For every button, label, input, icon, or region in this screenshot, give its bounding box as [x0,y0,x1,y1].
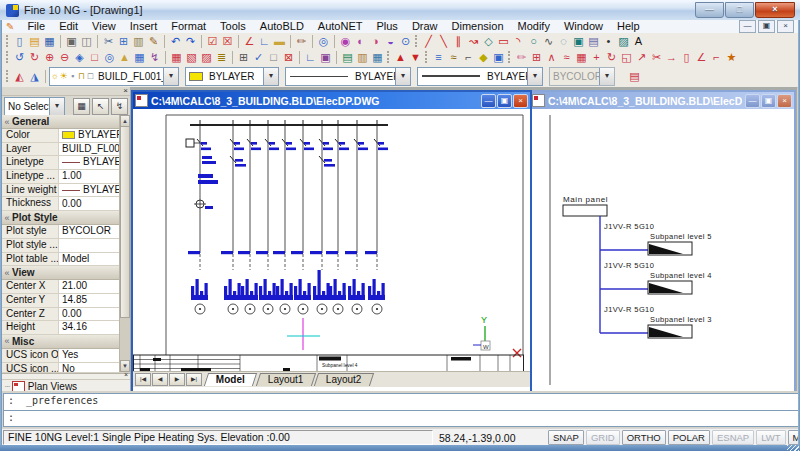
chamfer-icon[interactable]: ∠ [694,50,709,64]
pan-point-icon[interactable]: ◎ [102,50,117,64]
property-row-thickness[interactable]: Thickness0.00 [2,197,120,211]
cut-icon[interactable]: ✂ [101,34,116,48]
match-layer-icon[interactable]: ◭ [12,69,27,83]
drawing-window-elecdd[interactable]: C:\4M\CALC\8_3_BUILDING.BLD\ElecDD.dwg —… [528,90,796,394]
dline-icon[interactable]: ▦ [169,50,184,64]
break-icon[interactable]: ▯ [679,50,694,64]
sketch-icon[interactable]: ✏ [294,34,309,48]
chevron-down-icon[interactable]: ▾ [263,68,278,85]
zoom-in-icon[interactable]: ⊕ [42,50,57,64]
grid-table-icon[interactable]: ⊞ [236,50,251,64]
plan-views-header[interactable]: × [2,374,130,380]
drawing-window-elecdp[interactable]: C:\4M\CALC\8_3_BUILDING.BLD\ElecDP.DWG —… [131,90,532,394]
arc-icon[interactable]: ◝ [511,34,526,48]
zoom-dynamic-icon[interactable]: ◐ [353,34,368,48]
property-row-plot-style[interactable]: Plot style ... [2,239,120,253]
draworder-down-icon[interactable]: ▼ [408,50,423,64]
aerial-view-icon[interactable]: ▲ [117,50,132,64]
section-header-misc[interactable]: «Misc [2,335,120,349]
distance-icon[interactable]: ∠ [242,34,257,48]
toolbar-grip[interactable] [415,35,417,47]
layer-states-icon[interactable]: ▤ [627,69,642,83]
single-line-diagram[interactable]: Main panel J1VV-R 5G10 Subpanel level 5 … [530,109,790,388]
property-row-ucs-icon-on[interactable]: UCS icon OnYes [2,349,120,363]
property-row-color[interactable]: ColorBYLAYER [2,129,120,143]
undo-icon[interactable]: ↶ [168,34,183,48]
mdi-close-button[interactable]: × [777,20,794,33]
mdi-restore-button[interactable]: ▣ [758,20,775,33]
toggle-grid[interactable]: GRID [586,430,620,445]
quick-select-button[interactable]: ▦ [73,98,90,115]
palette-scrollbar[interactable]: ▲ ▼ [119,115,130,372]
menu-item-modify[interactable]: Modify [511,20,557,33]
save-icon[interactable]: ▦ [42,34,57,48]
toggle-esnap[interactable]: ESNAP [712,430,754,445]
close-icon[interactable]: × [123,86,128,95]
menu-item-draw[interactable]: Draw [405,20,445,33]
view-control-icon[interactable]: ↯ [147,50,162,64]
restore-button[interactable]: ▣ [497,94,512,108]
make-block-icon[interactable]: ▤ [586,34,601,48]
new-icon[interactable]: ▯ [12,34,27,48]
tab-last-button[interactable]: ▶| [186,373,202,386]
lineweight-dropdown[interactable]: BYLAYER ▾ [417,67,543,86]
spline-icon[interactable]: ∿ [541,34,556,48]
toggle-lwt[interactable]: LWT [756,430,785,445]
check-icon[interactable]: ✓ [251,50,266,64]
plot-check-icon[interactable]: ☑ [205,34,220,48]
menu-item-autobld[interactable]: AutoBLD [253,20,311,33]
area-icon[interactable]: ▬ [272,34,287,48]
tab-prev-button[interactable]: ◀ [152,373,168,386]
table-icon[interactable]: ≣ [214,50,229,64]
hatch2-icon[interactable]: ▧ [184,50,199,64]
minimize-button[interactable]: — [745,94,760,108]
selection-dropdown[interactable]: No Selection ▾ [4,97,65,116]
select-objects-button[interactable]: ↖ [92,98,109,115]
explode-icon[interactable]: ★ [724,50,739,64]
linetype-manager-icon[interactable]: ≡ [431,50,446,64]
draworder-up-icon[interactable]: ▲ [393,50,408,64]
toolbar-grip[interactable] [425,51,427,63]
tab-layout2[interactable]: Layout2 [314,373,374,386]
command-history[interactable]: : _preferences [3,393,800,411]
xbox-icon[interactable]: ⊠ [281,50,296,64]
toolbar-grip[interactable] [6,70,8,82]
chevron-down-icon[interactable]: ▾ [527,68,542,85]
titlebar[interactable]: Fine 10 NG - [Drawing1] — □ × [0,0,800,21]
chevron-down-icon[interactable]: ▾ [49,98,64,115]
rectangle-icon[interactable]: ▭ [496,34,511,48]
zoom-previous-icon[interactable]: ◒ [383,34,398,48]
property-row-linetype[interactable]: Linetype ...1.00 [2,170,120,184]
rotate-icon[interactable]: ↻ [604,50,619,64]
restore-button[interactable]: ▣ [761,94,776,108]
toolbar-grip[interactable] [508,51,510,63]
zoom-scale-icon[interactable]: ◑ [368,34,383,48]
ltscale-icon[interactable]: ⌐ [461,50,476,64]
zoom-out-icon[interactable]: ⊖ [57,50,72,64]
angle-l-icon[interactable]: ∟ [303,50,318,64]
toggle-snap[interactable]: SNAP [548,430,584,445]
polygon-icon[interactable]: ◇ [481,34,496,48]
copy-object-icon[interactable]: ⊞ [529,50,544,64]
open-icon[interactable]: ▤ [27,34,42,48]
trim-icon[interactable]: ✂ [649,50,664,64]
layer-dropdown[interactable]: ☼☀▪⊓□ BUILD_FL001_US ▾ [49,67,179,86]
property-row-plot-style[interactable]: Plot styleBYCOLOR [2,225,120,239]
menu-item-window[interactable]: Window [557,20,610,33]
menu-item-edit[interactable]: Edit [52,20,85,33]
close-button[interactable]: × [513,94,528,108]
paste-icon[interactable]: ▥ [131,34,146,48]
menu-item-autonet[interactable]: AutoNET [311,20,370,33]
property-row-ucs-icon[interactable]: UCS icon ...No [2,363,120,372]
properties-manager-icon[interactable]: ▣ [491,50,506,64]
menu-item-dimension[interactable]: Dimension [445,20,511,33]
drawing-canvas-elecdd[interactable]: Main panel J1VV-R 5G10 Subpanel level 5 … [530,109,794,388]
print-icon[interactable]: ▣ [64,34,79,48]
close-button[interactable]: × [755,2,795,18]
property-row-center-z[interactable]: Center Z0.00 [2,308,120,322]
ellipse-icon[interactable]: ◌ [556,34,571,48]
redo-icon[interactable]: ↷ [183,34,198,48]
resize-grip[interactable] [787,445,799,451]
offset-icon[interactable]: ≈ [559,50,574,64]
menu-item-insert[interactable]: Insert [123,20,165,33]
